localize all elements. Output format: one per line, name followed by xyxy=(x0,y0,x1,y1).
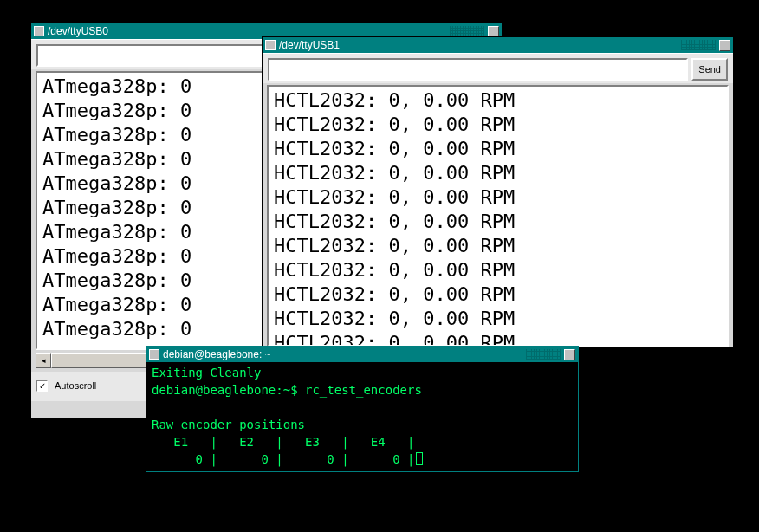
titlebar-texture xyxy=(450,26,484,36)
titlebar-usb1[interactable]: /dev/ttyUSB1 xyxy=(263,37,733,53)
term-prompt: debian@beaglebone:~$ xyxy=(152,383,305,397)
terminal-window: debian@beaglebone: ~ Exiting Cleanly deb… xyxy=(146,346,579,472)
window-title: debian@beaglebone: ~ xyxy=(163,348,522,360)
maximize-button[interactable] xyxy=(719,40,730,51)
titlebar-terminal[interactable]: debian@beaglebone: ~ xyxy=(146,347,578,362)
window-title: /dev/ttyUSB1 xyxy=(279,39,678,51)
input-row: Send xyxy=(263,53,733,83)
window-icon xyxy=(265,40,276,50)
serial-output: HCTL2032: 0, 0.00 RPM HCTL2032: 0, 0.00 … xyxy=(267,85,729,347)
send-button[interactable]: Send xyxy=(691,58,728,81)
maximize-button[interactable] xyxy=(488,26,499,37)
autoscroll-label: Autoscroll xyxy=(55,380,96,391)
term-command: rc_test_encoders xyxy=(305,383,422,397)
cursor-icon xyxy=(416,452,423,465)
term-line: Raw encoder positions xyxy=(152,418,305,431)
serial-input[interactable] xyxy=(268,58,688,81)
maximize-button[interactable] xyxy=(564,349,575,360)
term-line: Exiting Cleanly xyxy=(152,366,261,380)
window-icon xyxy=(149,349,159,360)
window-title: /dev/ttyUSB0 xyxy=(48,25,446,37)
serial-monitor-usb1: /dev/ttyUSB1 Send HCTL2032: 0, 0.00 RPM … xyxy=(262,36,734,348)
titlebar-texture xyxy=(681,40,716,50)
window-icon xyxy=(34,26,44,36)
autoscroll-checkbox[interactable]: ✓ xyxy=(36,380,48,392)
scroll-left-button[interactable]: ◂ xyxy=(36,353,51,368)
term-values: 0 | 0 | 0 | 0 | xyxy=(152,452,414,466)
term-header: E1 | E2 | E3 | E4 | xyxy=(152,435,414,449)
terminal-output[interactable]: Exiting Cleanly debian@beaglebone:~$ rc_… xyxy=(146,362,578,470)
titlebar-texture xyxy=(526,349,561,360)
